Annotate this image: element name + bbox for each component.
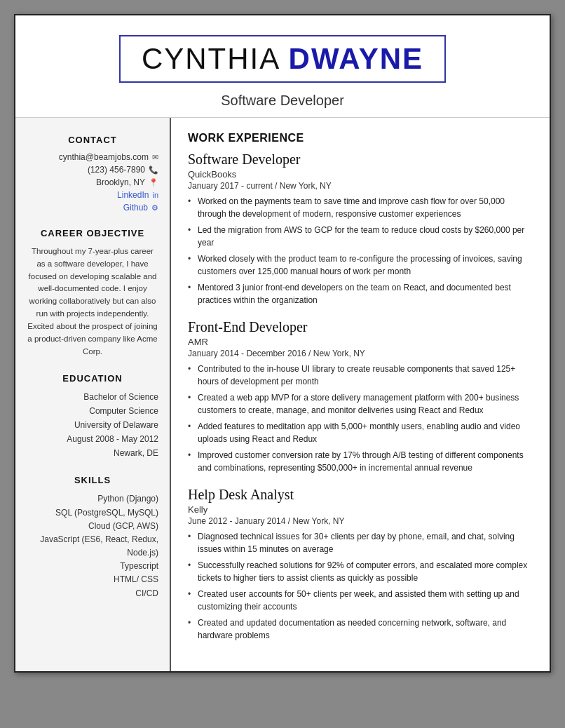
edu-school: University of Delaware <box>27 419 158 431</box>
email-text: cynthia@beamjobs.com <box>59 152 149 162</box>
skills-title: SKILLS <box>27 475 158 485</box>
bullet-item: Mentored 3 junior front-end developers o… <box>188 281 533 306</box>
education-title: EDUCATION <box>27 373 158 384</box>
bullet-item: Worked on the payments team to save time… <box>188 195 533 220</box>
edu-degree: Bachelor of Science <box>27 391 158 403</box>
bullet-item: Created user accounts for 50+ clients pe… <box>188 588 533 613</box>
header-section: CYNTHIA DWAYNE Software Developer <box>15 15 550 118</box>
job-block: Help Desk AnalystKellyJune 2012 - Januar… <box>188 487 533 642</box>
job-title: Front-End Developer <box>188 319 533 335</box>
linkedin-icon: in <box>152 191 158 199</box>
right-column: WORK EXPERIENCE Software DeveloperQuickB… <box>171 118 550 671</box>
edu-major: Computer Science <box>27 405 158 417</box>
skill-item: JavaScript (ES6, React, Redux, Node.js) <box>27 533 158 560</box>
job-bullets: Worked on the payments team to save time… <box>188 195 533 306</box>
linkedin-label: LinkedIn <box>117 190 149 200</box>
location-item: Brooklyn, NY 📍 <box>27 177 158 187</box>
bullet-item: Led the migration from AWS to GCP for th… <box>188 224 533 249</box>
last-name: DWAYNE <box>289 42 424 75</box>
resume-page: CYNTHIA DWAYNE Software Developer CONTAC… <box>14 14 551 673</box>
github-item[interactable]: Github ⚙ <box>27 203 158 213</box>
job-block: Software DeveloperQuickBooksJanuary 2017… <box>188 151 533 306</box>
bullet-item: Diagnosed technical issues for 30+ clien… <box>188 530 533 555</box>
job-title: Help Desk Analyst <box>188 487 533 503</box>
edu-dates: August 2008 - May 2012 <box>27 433 158 445</box>
phone-icon: 📞 <box>149 166 158 175</box>
company-name: QuickBooks <box>188 169 533 180</box>
skill-item: CI/CD <box>27 587 158 600</box>
skill-item: Python (Django) <box>27 492 158 506</box>
edu-city: Newark, DE <box>27 447 158 459</box>
job-dates: January 2017 - current / New York, NY <box>188 181 533 191</box>
career-objective-section: CAREER OBJECTIVE Throughout my 7-year-pl… <box>27 228 158 358</box>
skill-item: Cloud (GCP, AWS) <box>27 520 158 533</box>
jobs-list: Software DeveloperQuickBooksJanuary 2017… <box>188 151 533 642</box>
name-box: CYNTHIA DWAYNE <box>119 35 446 83</box>
location-icon: 📍 <box>149 178 158 187</box>
career-objective-text: Throughout my 7-year-plus career as a so… <box>27 245 158 358</box>
skill-item: HTML/ CSS <box>27 573 158 586</box>
job-title: Software Developer <box>188 151 533 168</box>
job-bullets: Contributed to the in-house UI library t… <box>188 363 533 474</box>
skill-item: Typescript <box>27 560 158 573</box>
email-icon: ✉ <box>152 153 158 162</box>
career-objective-title: CAREER OBJECTIVE <box>27 228 158 238</box>
job-title-header: Software Developer <box>43 93 522 109</box>
contact-section: CONTACT cynthia@beamjobs.com ✉ (123) 456… <box>27 135 158 213</box>
bullet-item: Contributed to the in-house UI library t… <box>188 363 533 388</box>
contact-title: CONTACT <box>27 135 158 145</box>
job-dates: June 2012 - January 2014 / New York, NY <box>188 516 533 526</box>
bullet-item: Improved customer conversion rate by 17%… <box>188 449 533 474</box>
skill-item: SQL (PostgreSQL, MySQL) <box>27 506 158 520</box>
job-dates: January 2014 - December 2016 / New York,… <box>188 349 533 358</box>
company-name: Kelly <box>188 504 533 515</box>
first-name: CYNTHIA <box>142 42 289 75</box>
company-name: AMR <box>188 337 533 347</box>
bullet-item: Added features to meditation app with 5,… <box>188 420 533 445</box>
phone-text: (123) 456-7890 <box>88 165 145 175</box>
job-bullets: Diagnosed technical issues for 30+ clien… <box>188 530 533 642</box>
skills-list: Python (Django)SQL (PostgreSQL, MySQL)Cl… <box>27 492 158 600</box>
bullet-item: Successfully reached solutions for 92% o… <box>188 559 533 584</box>
bullet-item: Created and updated documentation as nee… <box>188 616 533 642</box>
body-section: CONTACT cynthia@beamjobs.com ✉ (123) 456… <box>15 118 550 671</box>
github-label: Github <box>123 203 148 213</box>
linkedin-item[interactable]: LinkedIn in <box>27 190 158 200</box>
github-icon: ⚙ <box>151 203 158 213</box>
skills-section: SKILLS Python (Django)SQL (PostgreSQL, M… <box>27 475 158 600</box>
work-experience-title: WORK EXPERIENCE <box>188 132 533 144</box>
left-column: CONTACT cynthia@beamjobs.com ✉ (123) 456… <box>15 118 171 671</box>
bullet-item: Worked closely with the product team to … <box>188 252 533 278</box>
job-block: Front-End DeveloperAMRJanuary 2014 - Dec… <box>188 319 533 474</box>
phone-item: (123) 456-7890 📞 <box>27 165 158 175</box>
education-section: EDUCATION Bachelor of Science Computer S… <box>27 373 158 459</box>
email-item: cynthia@beamjobs.com ✉ <box>27 152 158 162</box>
bullet-item: Created a web app MVP for a store delive… <box>188 391 533 417</box>
location-text: Brooklyn, NY <box>96 177 145 187</box>
